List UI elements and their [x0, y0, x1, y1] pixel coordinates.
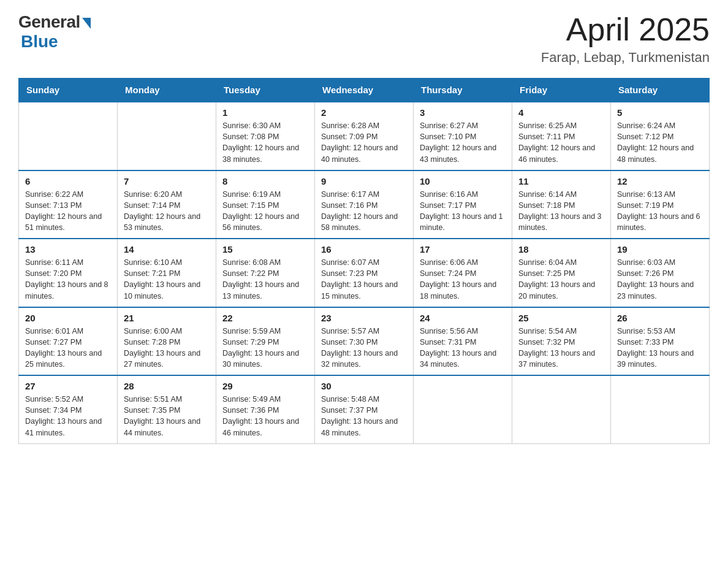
calendar-cell: 16Sunrise: 6:07 AMSunset: 7:23 PMDayligh…	[315, 239, 414, 307]
calendar-cell: 2Sunrise: 6:28 AMSunset: 7:09 PMDaylight…	[315, 102, 414, 170]
calendar-cell: 15Sunrise: 6:08 AMSunset: 7:22 PMDayligh…	[216, 239, 315, 307]
calendar-cell: 11Sunrise: 6:14 AMSunset: 7:18 PMDayligh…	[512, 170, 611, 239]
month-title: April 2025	[541, 12, 710, 47]
day-info: Sunrise: 6:19 AMSunset: 7:15 PMDaylight:…	[222, 189, 308, 234]
calendar-cell: 13Sunrise: 6:11 AMSunset: 7:20 PMDayligh…	[19, 239, 118, 307]
calendar-cell: 22Sunrise: 5:59 AMSunset: 7:29 PMDayligh…	[216, 307, 315, 376]
calendar-cell: 26Sunrise: 5:53 AMSunset: 7:33 PMDayligh…	[611, 307, 710, 376]
calendar-cell: 29Sunrise: 5:49 AMSunset: 7:36 PMDayligh…	[216, 375, 315, 443]
day-info: Sunrise: 6:24 AMSunset: 7:12 PMDaylight:…	[617, 120, 703, 165]
weekday-header-monday: Monday	[118, 79, 216, 102]
day-number: 14	[124, 244, 210, 255]
calendar-cell: 7Sunrise: 6:20 AMSunset: 7:14 PMDaylight…	[118, 170, 216, 239]
day-number: 13	[25, 244, 111, 255]
day-number: 23	[321, 313, 407, 323]
calendar-cell: 6Sunrise: 6:22 AMSunset: 7:13 PMDaylight…	[19, 170, 118, 239]
calendar-week-row: 20Sunrise: 6:01 AMSunset: 7:27 PMDayligh…	[19, 307, 710, 376]
day-info: Sunrise: 6:10 AMSunset: 7:21 PMDaylight:…	[124, 257, 210, 302]
calendar-cell: 27Sunrise: 5:52 AMSunset: 7:34 PMDayligh…	[19, 375, 118, 443]
day-info: Sunrise: 6:25 AMSunset: 7:11 PMDaylight:…	[518, 120, 604, 165]
day-info: Sunrise: 6:08 AMSunset: 7:22 PMDaylight:…	[222, 257, 308, 302]
day-number: 9	[321, 176, 407, 186]
day-info: Sunrise: 6:28 AMSunset: 7:09 PMDaylight:…	[321, 120, 407, 165]
calendar-cell: 20Sunrise: 6:01 AMSunset: 7:27 PMDayligh…	[19, 307, 118, 376]
day-number: 19	[617, 244, 703, 255]
day-info: Sunrise: 5:53 AMSunset: 7:33 PMDaylight:…	[617, 326, 703, 370]
day-number: 17	[420, 244, 506, 255]
day-number: 22	[222, 313, 308, 323]
calendar-cell	[512, 375, 611, 443]
calendar-cell: 9Sunrise: 6:17 AMSunset: 7:16 PMDaylight…	[315, 170, 414, 239]
logo: General Blue	[18, 12, 91, 52]
calendar-cell: 24Sunrise: 5:56 AMSunset: 7:31 PMDayligh…	[414, 307, 512, 376]
weekday-header-tuesday: Tuesday	[216, 79, 315, 102]
day-info: Sunrise: 6:01 AMSunset: 7:27 PMDaylight:…	[25, 326, 111, 370]
calendar-week-row: 1Sunrise: 6:30 AMSunset: 7:08 PMDaylight…	[19, 102, 710, 170]
calendar-cell: 30Sunrise: 5:48 AMSunset: 7:37 PMDayligh…	[315, 375, 414, 443]
calendar-cell: 10Sunrise: 6:16 AMSunset: 7:17 PMDayligh…	[414, 170, 512, 239]
day-info: Sunrise: 6:13 AMSunset: 7:19 PMDaylight:…	[617, 189, 703, 234]
day-number: 12	[617, 176, 703, 186]
day-info: Sunrise: 6:20 AMSunset: 7:14 PMDaylight:…	[124, 189, 210, 234]
day-info: Sunrise: 6:27 AMSunset: 7:10 PMDaylight:…	[420, 120, 506, 165]
day-info: Sunrise: 6:04 AMSunset: 7:25 PMDaylight:…	[518, 257, 604, 302]
logo-general-text: General	[18, 12, 80, 32]
day-number: 2	[321, 107, 407, 118]
day-number: 26	[617, 313, 703, 323]
day-info: Sunrise: 5:57 AMSunset: 7:30 PMDaylight:…	[321, 326, 407, 370]
day-number: 5	[617, 107, 703, 118]
day-info: Sunrise: 6:11 AMSunset: 7:20 PMDaylight:…	[25, 257, 111, 302]
weekday-header-saturday: Saturday	[611, 79, 710, 102]
weekday-header-friday: Friday	[512, 79, 611, 102]
day-info: Sunrise: 5:56 AMSunset: 7:31 PMDaylight:…	[420, 326, 506, 370]
day-info: Sunrise: 5:49 AMSunset: 7:36 PMDaylight:…	[222, 394, 308, 439]
day-info: Sunrise: 6:22 AMSunset: 7:13 PMDaylight:…	[25, 189, 111, 234]
logo-arrow-icon	[82, 18, 91, 29]
page-header: General Blue April 2025 Farap, Lebap, Tu…	[18, 12, 710, 66]
day-number: 24	[420, 313, 506, 323]
day-info: Sunrise: 5:48 AMSunset: 7:37 PMDaylight:…	[321, 394, 407, 439]
weekday-header-thursday: Thursday	[414, 79, 512, 102]
day-number: 16	[321, 244, 407, 255]
day-info: Sunrise: 5:54 AMSunset: 7:32 PMDaylight:…	[518, 326, 604, 370]
calendar-cell	[414, 375, 512, 443]
calendar-cell: 3Sunrise: 6:27 AMSunset: 7:10 PMDaylight…	[414, 102, 512, 170]
calendar-cell	[611, 375, 710, 443]
calendar-cell: 25Sunrise: 5:54 AMSunset: 7:32 PMDayligh…	[512, 307, 611, 376]
calendar-cell: 23Sunrise: 5:57 AMSunset: 7:30 PMDayligh…	[315, 307, 414, 376]
day-number: 3	[420, 107, 506, 118]
calendar-week-row: 27Sunrise: 5:52 AMSunset: 7:34 PMDayligh…	[19, 375, 710, 443]
day-info: Sunrise: 6:14 AMSunset: 7:18 PMDaylight:…	[518, 189, 604, 234]
day-number: 27	[25, 381, 111, 391]
day-number: 20	[25, 313, 111, 323]
calendar-cell: 1Sunrise: 6:30 AMSunset: 7:08 PMDaylight…	[216, 102, 315, 170]
day-number: 7	[124, 176, 210, 186]
calendar-cell: 28Sunrise: 5:51 AMSunset: 7:35 PMDayligh…	[118, 375, 216, 443]
calendar-cell: 8Sunrise: 6:19 AMSunset: 7:15 PMDaylight…	[216, 170, 315, 239]
location-subtitle: Farap, Lebap, Turkmenistan	[541, 50, 710, 66]
day-number: 18	[518, 244, 604, 255]
day-info: Sunrise: 6:30 AMSunset: 7:08 PMDaylight:…	[222, 120, 308, 165]
title-section: April 2025 Farap, Lebap, Turkmenistan	[541, 12, 710, 66]
calendar-cell: 18Sunrise: 6:04 AMSunset: 7:25 PMDayligh…	[512, 239, 611, 307]
calendar-cell: 14Sunrise: 6:10 AMSunset: 7:21 PMDayligh…	[118, 239, 216, 307]
day-info: Sunrise: 5:59 AMSunset: 7:29 PMDaylight:…	[222, 326, 308, 370]
day-info: Sunrise: 6:16 AMSunset: 7:17 PMDaylight:…	[420, 189, 506, 234]
day-info: Sunrise: 6:00 AMSunset: 7:28 PMDaylight:…	[124, 326, 210, 370]
calendar-cell: 19Sunrise: 6:03 AMSunset: 7:26 PMDayligh…	[611, 239, 710, 307]
day-info: Sunrise: 5:51 AMSunset: 7:35 PMDaylight:…	[124, 394, 210, 439]
day-number: 15	[222, 244, 308, 255]
calendar-cell: 12Sunrise: 6:13 AMSunset: 7:19 PMDayligh…	[611, 170, 710, 239]
calendar-table: SundayMondayTuesdayWednesdayThursdayFrid…	[18, 78, 710, 444]
day-number: 28	[124, 381, 210, 391]
calendar-week-row: 13Sunrise: 6:11 AMSunset: 7:20 PMDayligh…	[19, 239, 710, 307]
calendar-cell	[19, 102, 118, 170]
day-info: Sunrise: 6:06 AMSunset: 7:24 PMDaylight:…	[420, 257, 506, 302]
logo-blue-text: Blue	[21, 32, 58, 52]
day-number: 1	[222, 107, 308, 118]
day-number: 4	[518, 107, 604, 118]
calendar-week-row: 6Sunrise: 6:22 AMSunset: 7:13 PMDaylight…	[19, 170, 710, 239]
day-info: Sunrise: 6:17 AMSunset: 7:16 PMDaylight:…	[321, 189, 407, 234]
day-number: 8	[222, 176, 308, 186]
calendar-cell: 17Sunrise: 6:06 AMSunset: 7:24 PMDayligh…	[414, 239, 512, 307]
